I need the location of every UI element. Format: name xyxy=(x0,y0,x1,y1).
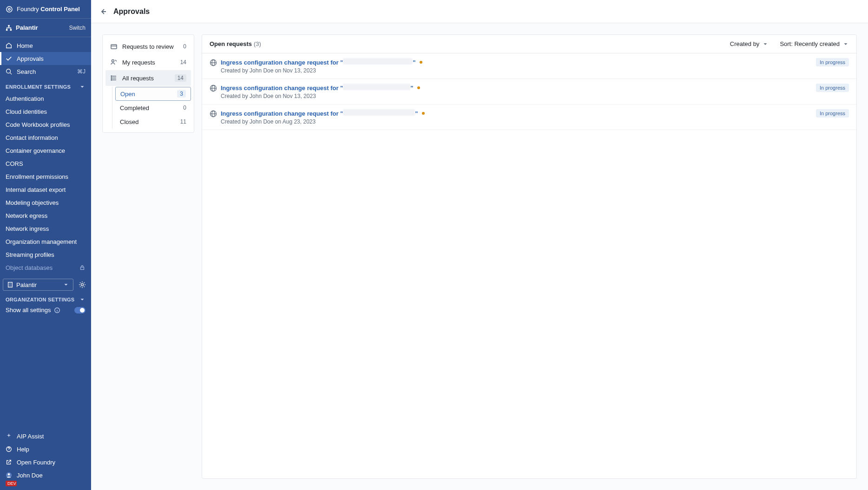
redacted-text xyxy=(343,109,415,116)
request-status-chip: In progress xyxy=(816,109,849,118)
enrollment-setting-item[interactable]: Authentication xyxy=(0,92,91,105)
filter-item[interactable]: My requests14 xyxy=(105,54,191,70)
enrollment-setting-item[interactable]: Internal dataset export xyxy=(0,183,91,196)
enrollment-settings-title: ENROLLMENT SETTINGS xyxy=(6,84,71,90)
brand-title: Foundry Control Panel xyxy=(17,6,80,13)
filter-sub-count: 0 xyxy=(183,105,186,111)
enrollment-setting-label: Enrollment permissions xyxy=(6,173,68,180)
filter-item[interactable]: Requests to review0 xyxy=(105,39,191,54)
filter-item-icon xyxy=(110,74,118,82)
filter-item-icon xyxy=(110,43,118,50)
avatar-icon xyxy=(6,472,12,478)
topbar: Approvals xyxy=(91,0,868,23)
enrollment-setting-item[interactable]: Network ingress xyxy=(0,222,91,235)
page-title: Approvals xyxy=(113,7,150,16)
enrollment-setting-item[interactable]: Streaming profiles xyxy=(0,248,91,261)
filter-sub-item[interactable]: Open3 xyxy=(115,87,191,101)
filter-sub-label: Open xyxy=(120,91,135,98)
chevron-down-icon xyxy=(79,84,85,90)
enrollment-setting-item[interactable]: Cloud identities xyxy=(0,105,91,118)
sort-dropdown[interactable]: Sort: Recently created xyxy=(780,40,849,47)
filter-item-count: 14 xyxy=(180,59,186,65)
nav-search[interactable]: Search ⌘J xyxy=(0,65,91,78)
filter-item-label: My requests xyxy=(122,59,155,66)
request-row[interactable]: Ingress configuration change request for… xyxy=(202,105,856,130)
chevron-down-icon xyxy=(762,41,769,47)
request-title-link[interactable]: Ingress configuration change request for… xyxy=(221,109,418,117)
request-title-link[interactable]: Ingress configuration change request for… xyxy=(221,84,414,91)
request-status-chip: In progress xyxy=(816,58,849,66)
status-dot-icon xyxy=(417,86,420,89)
nav-home[interactable]: Home xyxy=(0,39,91,52)
nav-help[interactable]: Help xyxy=(0,443,91,456)
org-name: Palantir xyxy=(16,24,38,31)
nav-open-foundry-label: Open Foundry xyxy=(17,459,55,466)
requests-panel: Open requests (3) Created by Sort: Recen… xyxy=(202,34,857,479)
search-shortcut: ⌘J xyxy=(77,68,85,75)
svg-point-0 xyxy=(7,7,12,12)
enrollment-settings-header[interactable]: ENROLLMENT SETTINGS xyxy=(0,80,91,92)
org-tree-icon xyxy=(6,25,12,31)
request-row[interactable]: Ingress configuration change request for… xyxy=(202,79,856,105)
enrollment-setting-item[interactable]: Contact information xyxy=(0,131,91,144)
requests-header-count: (3) xyxy=(254,40,261,47)
request-title-link[interactable]: Ingress configuration change request for… xyxy=(221,58,416,66)
nav-aip-assist[interactable]: AIP Assist xyxy=(0,430,91,443)
filter-sub-list: Open3Completed0Closed11 xyxy=(112,87,191,129)
organization-settings-header[interactable]: ORGANIZATION SETTINGS xyxy=(0,293,91,305)
building-icon xyxy=(7,281,13,288)
show-all-settings-toggle[interactable] xyxy=(74,307,85,314)
enrollment-setting-item[interactable]: Enrollment permissions xyxy=(0,170,91,183)
enrollment-setting-label: Organization management xyxy=(6,238,77,245)
enrollment-setting-label: Contact information xyxy=(6,134,58,141)
redacted-text xyxy=(343,58,413,65)
organization-settings-title: ORGANIZATION SETTINGS xyxy=(6,297,74,302)
enrollment-setting-item[interactable]: Organization management xyxy=(0,235,91,248)
request-row[interactable]: Ingress configuration change request for… xyxy=(202,53,856,79)
request-created-text: Created by John Doe on Nov 13, 2023 xyxy=(221,93,420,99)
enrollment-setting-item[interactable]: CORS xyxy=(0,157,91,170)
nav-open-foundry[interactable]: Open Foundry xyxy=(0,456,91,469)
org-header: Palantir Switch xyxy=(0,19,91,37)
enrollment-setting-label: Internal dataset export xyxy=(6,186,66,193)
enrollment-setting-label: Container governance xyxy=(6,147,65,154)
enrollment-settings-list: AuthenticationCloud identitiesCode Workb… xyxy=(0,92,91,274)
switch-org-link[interactable]: Switch xyxy=(69,25,85,31)
created-by-filter[interactable]: Created by xyxy=(730,40,769,47)
svg-rect-13 xyxy=(111,45,117,49)
enrollment-setting-label: Object databases xyxy=(6,264,53,271)
enrollment-setting-label: Modeling objectives xyxy=(6,199,59,206)
back-button[interactable] xyxy=(99,8,107,15)
org-settings-gear-button[interactable] xyxy=(76,279,88,291)
nav-user[interactable]: John Doe xyxy=(0,469,91,482)
nav-help-label: Help xyxy=(17,446,29,453)
redacted-text xyxy=(343,84,410,90)
nav-home-label: Home xyxy=(17,42,33,49)
main: Approvals Requests to review0My requests… xyxy=(91,0,868,490)
sidebar-bottom-links: AIP Assist Help Open Foundry John Doe DE… xyxy=(0,430,91,490)
sidebar: Foundry Control Panel Palantir Switch Ho… xyxy=(0,0,91,490)
filter-item-icon xyxy=(110,59,118,66)
enrollment-setting-item[interactable]: Network egress xyxy=(0,209,91,222)
brand: Foundry Control Panel xyxy=(0,0,91,19)
enrollment-setting-item[interactable]: Modeling objectives xyxy=(0,196,91,209)
filter-item[interactable]: All requests14 xyxy=(105,70,191,86)
enrollment-setting-label: Network ingress xyxy=(6,225,49,232)
chevron-down-icon xyxy=(63,281,69,288)
org-picker[interactable]: Palantir xyxy=(3,279,73,291)
svg-point-8 xyxy=(81,284,84,286)
lock-icon xyxy=(79,264,85,271)
home-icon xyxy=(6,42,12,49)
enrollment-setting-label: CORS xyxy=(6,160,23,167)
svg-point-1 xyxy=(8,8,10,10)
enrollment-setting-label: Streaming profiles xyxy=(6,251,54,258)
filter-sub-item[interactable]: Closed11 xyxy=(115,115,191,129)
svg-point-5 xyxy=(7,69,11,73)
enrollment-setting-item[interactable]: Container governance xyxy=(0,144,91,157)
filter-sub-label: Closed xyxy=(120,118,138,125)
filter-sub-item[interactable]: Completed0 xyxy=(115,101,191,115)
svg-point-12 xyxy=(8,473,10,475)
nav-approvals[interactable]: Approvals xyxy=(0,52,91,65)
enrollment-setting-item[interactable]: Code Workbook profiles xyxy=(0,118,91,131)
sparkle-icon xyxy=(6,433,12,439)
